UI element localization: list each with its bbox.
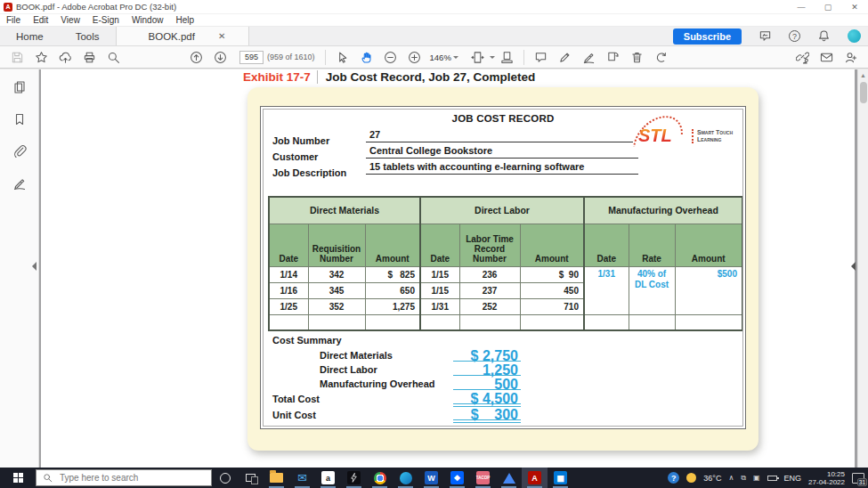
cell: 345	[308, 282, 365, 298]
account-avatar[interactable]	[848, 29, 861, 43]
bookmarks-icon[interactable]	[12, 112, 27, 130]
cell: 352	[308, 298, 365, 314]
zoom-in-icon[interactable]	[402, 47, 426, 67]
action-center-icon[interactable]: 31	[852, 473, 864, 484]
menu-view[interactable]: View	[61, 15, 80, 25]
subscribe-button[interactable]: Subscribe	[673, 28, 742, 45]
maximize-button[interactable]: ▢	[815, 0, 841, 13]
menu-file[interactable]: File	[6, 15, 20, 25]
scrollbar-thumb[interactable]	[860, 82, 867, 103]
cell	[629, 314, 675, 330]
word-icon[interactable]: W	[418, 468, 444, 488]
share-cloud-icon[interactable]	[53, 47, 77, 67]
task-view-icon[interactable]	[238, 468, 264, 488]
amazon-icon[interactable]: a	[315, 468, 341, 488]
email-icon[interactable]	[815, 47, 839, 67]
next-page-edge-arrow[interactable]	[847, 262, 856, 271]
calculator-icon[interactable]: ▦	[548, 468, 573, 488]
invite-person-icon[interactable]	[839, 47, 863, 67]
temperature-label[interactable]: 36°C	[703, 474, 721, 483]
close-button[interactable]: ✕	[841, 0, 868, 13]
scroll-up-arrow[interactable]: ▲	[858, 69, 868, 80]
zoom-out-icon[interactable]	[378, 47, 402, 67]
menu-esign[interactable]: E-Sign	[93, 15, 119, 25]
search-input[interactable]	[58, 472, 191, 484]
zoom-level[interactable]: 146%	[430, 53, 451, 62]
col-header: Rate	[629, 224, 675, 266]
hand-tool-icon[interactable]	[354, 47, 378, 67]
acrobat-taskbar-icon[interactable]: A	[522, 468, 548, 488]
zoom-dropdown-caret[interactable]	[453, 56, 458, 61]
page-display-icon[interactable]	[495, 47, 519, 67]
clock[interactable]: 10:25 27-04-2022	[808, 470, 845, 486]
tab-home[interactable]: Home	[0, 27, 60, 45]
tacop-icon[interactable]: TACOP	[470, 468, 496, 488]
edge-icon[interactable]	[393, 468, 418, 488]
cell: 342	[308, 266, 365, 282]
fill-sign-icon[interactable]	[577, 47, 601, 67]
attachments-paperclip-icon[interactable]	[12, 144, 27, 162]
previous-page-icon[interactable]	[184, 47, 208, 67]
menu-help[interactable]: Help	[175, 15, 194, 25]
support-tray-icon[interactable]: ?	[668, 472, 679, 484]
comment-icon[interactable]	[529, 47, 553, 67]
notifications-bell-icon[interactable]	[812, 27, 836, 46]
tray-window-icon[interactable]: ⧉	[741, 474, 746, 483]
weather-sun-icon[interactable]	[686, 473, 696, 483]
mail-icon[interactable]: ✉	[289, 468, 315, 488]
drive-icon[interactable]	[496, 468, 522, 488]
tab-tools[interactable]: Tools	[60, 27, 116, 45]
feedback-icon[interactable]	[753, 27, 777, 46]
redo-icon[interactable]	[649, 47, 673, 67]
divider	[317, 70, 318, 84]
menu-edit[interactable]: Edit	[33, 15, 48, 25]
battery-icon[interactable]	[767, 476, 777, 481]
cell: 1/14	[269, 266, 308, 282]
select-cursor-icon[interactable]	[330, 47, 354, 67]
save-icon[interactable]	[5, 47, 29, 67]
cortana-icon[interactable]	[212, 468, 238, 488]
zap-app-icon[interactable]	[341, 468, 367, 488]
organize-pages-icon[interactable]	[601, 47, 625, 67]
exhibit-label: Exhibit 17-7	[243, 70, 311, 84]
moh-amount: $500	[675, 266, 742, 314]
date-label: 27-04-2022	[808, 478, 845, 486]
page-number-input[interactable]	[239, 51, 264, 64]
taskbar-search[interactable]	[36, 469, 212, 486]
cell: 1/31	[420, 298, 459, 314]
chrome-icon[interactable]	[367, 468, 393, 488]
signatures-icon[interactable]	[12, 176, 27, 194]
file-explorer-icon[interactable]	[264, 468, 289, 488]
unit-cost-label: Unit Cost	[272, 410, 316, 424]
field-job-description-value: 15 tablets with accounting e-learning so…	[366, 161, 638, 175]
vertical-scrollbar[interactable]: ▲	[857, 69, 868, 468]
start-button[interactable]	[0, 468, 36, 488]
help-icon[interactable]: ?	[789, 30, 800, 42]
cell: 1,275	[365, 298, 420, 314]
previous-page-edge-arrow[interactable]	[28, 262, 37, 271]
moh-rate: 40% of DL Cost	[629, 266, 675, 314]
star-rate-icon[interactable]	[29, 47, 53, 67]
minimize-button[interactable]: —	[788, 0, 815, 13]
cell	[420, 314, 459, 330]
menu-window[interactable]: Window	[132, 15, 164, 25]
job-cost-record: JOB COST RECORD STL Smart Touch Learning…	[260, 106, 746, 429]
cell	[584, 314, 629, 330]
share-link-icon[interactable]	[791, 47, 815, 67]
col-header: Requisition Number	[308, 224, 365, 266]
dropbox-icon[interactable]: ❖	[444, 468, 470, 488]
print-icon[interactable]	[77, 47, 101, 67]
search-icon[interactable]	[101, 47, 126, 67]
cell	[269, 314, 308, 330]
highlight-pencil-icon[interactable]	[553, 47, 577, 67]
tab-document[interactable]: BOOK.pdf ✕	[116, 27, 249, 45]
page-thumbnails-icon[interactable]	[12, 80, 27, 98]
col-header: Date	[269, 224, 308, 266]
tray-device-icon[interactable]: ▣	[753, 474, 760, 482]
tray-chevron-up-icon[interactable]: ∧	[728, 474, 734, 482]
close-tab-icon[interactable]: ✕	[218, 31, 225, 41]
next-page-icon[interactable]	[208, 47, 232, 67]
delete-pages-icon[interactable]	[625, 47, 649, 67]
fit-width-icon[interactable]	[466, 47, 490, 67]
language-indicator[interactable]: ENG	[784, 474, 802, 483]
